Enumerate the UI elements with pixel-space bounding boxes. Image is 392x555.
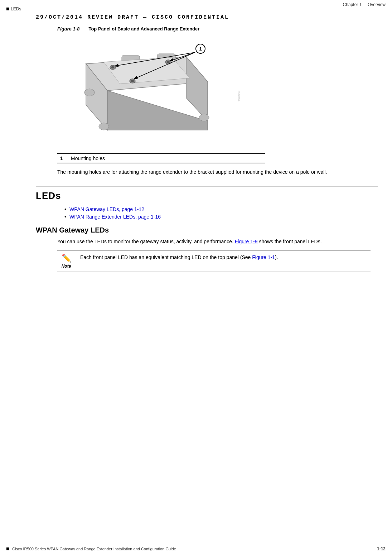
callout-description: Mounting holes xyxy=(68,154,265,163)
figure-caption-text: Top Panel of Basic and Advanced Range Ex… xyxy=(88,26,199,32)
footer-left: Cisco IR500 Series WPAN Gateway and Rang… xyxy=(6,547,176,551)
mounting-holes-description: The mounting holes are for attaching the… xyxy=(57,168,371,176)
page-footer: Cisco IR500 Series WPAN Gateway and Rang… xyxy=(0,544,392,551)
note-label: Note xyxy=(62,264,71,269)
footer-guide-title: Cisco IR500 Series WPAN Gateway and Rang… xyxy=(12,547,176,551)
wpan-gateway-link[interactable]: WPAN Gateway LEDs, page 1-12 xyxy=(69,206,144,212)
svg-point-13 xyxy=(84,89,95,96)
figure-1-1-link[interactable]: Figure 1-1 xyxy=(252,254,275,260)
svg-text:390984: 390984 xyxy=(237,91,241,101)
wpan-gateway-leds-heading: WPAN Gateway LEDs xyxy=(36,226,378,234)
leds-heading: LEDs xyxy=(36,186,378,201)
note-box: ✏️ Note Each front panel LED has an equi… xyxy=(57,250,371,272)
svg-point-14 xyxy=(99,123,109,130)
chapter-header: Chapter 1 Overview xyxy=(343,2,386,7)
svg-point-8 xyxy=(111,66,114,68)
wpan-range-extender-link[interactable]: WPAN Range Extender LEDs, page 1-16 xyxy=(69,214,161,220)
note-icon-area: ✏️ Note xyxy=(57,254,75,269)
figure-label: Figure 1-8 xyxy=(57,26,79,32)
breadcrumb-icon xyxy=(6,8,9,10)
chapter-label: Chapter 1 xyxy=(343,2,362,7)
svg-text:1: 1 xyxy=(199,46,202,52)
device-illustration: 1 390984 xyxy=(57,35,243,143)
figure-container: 1 390984 xyxy=(57,35,258,150)
callout-row: 1 Mounting holes xyxy=(57,154,265,163)
breadcrumb-text: LEDs xyxy=(11,6,21,11)
page-number: 1-12 xyxy=(377,546,386,551)
svg-point-10 xyxy=(167,61,170,63)
note-text: Each front panel LED has an equivalent m… xyxy=(80,254,371,261)
draft-title: 29/OCT/2014 REVIEW DRAFT — CISCO CONFIDE… xyxy=(36,14,378,20)
section-label: Overview xyxy=(368,2,386,7)
callout-table: 1 Mounting holes xyxy=(57,153,265,163)
figure-caption: Figure 1-8 Top Panel of Basic and Advanc… xyxy=(57,26,378,32)
svg-point-12 xyxy=(131,80,134,82)
bullet-wpan-gateway: WPAN Gateway LEDs, page 1-12 xyxy=(64,206,378,212)
bullet-wpan-range-extender: WPAN Range Extender LEDs, page 1-16 xyxy=(64,214,378,220)
main-content: 29/OCT/2014 REVIEW DRAFT — CISCO CONFIDE… xyxy=(36,0,378,272)
wpan-gateway-description: You can use the LEDs to monitor the gate… xyxy=(57,238,371,245)
breadcrumb: LEDs xyxy=(6,6,21,11)
figure-1-9-link[interactable]: Figure 1-9 xyxy=(235,239,258,244)
note-pencil-icon: ✏️ xyxy=(62,254,71,263)
svg-marker-1 xyxy=(186,57,208,121)
leds-bullet-list: WPAN Gateway LEDs, page 1-12 WPAN Range … xyxy=(64,206,378,220)
svg-point-15 xyxy=(199,114,209,121)
footer-icon xyxy=(6,547,9,550)
callout-number: 1 xyxy=(57,154,68,163)
